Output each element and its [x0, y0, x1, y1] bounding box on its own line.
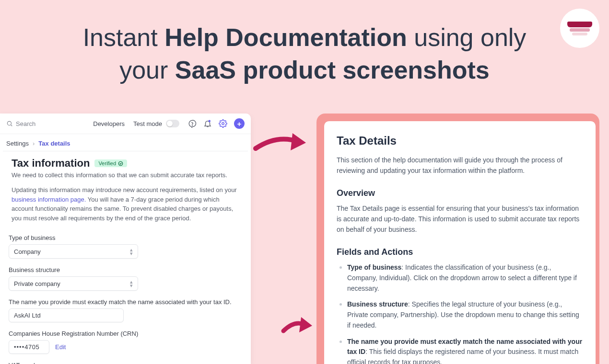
doc-list-item: Business structure: Specifies the legal …: [340, 299, 583, 330]
verified-badge: Verified: [94, 159, 127, 167]
doc-overview-text: The Tax Details page is essential for en…: [337, 204, 583, 235]
type-of-business-label: Type of business: [9, 234, 242, 241]
doc-list-item: The name you provide must exactly match …: [340, 337, 583, 364]
hero-bold: Help Documentation: [164, 23, 407, 51]
app-topbar: Search Developers Test mode +: [0, 114, 251, 134]
doc-overview-heading: Overview: [337, 187, 583, 200]
arrow-icon: [253, 129, 311, 158]
search-icon: [6, 120, 13, 127]
doc-list-item: Type of business: Indicates the classifi…: [340, 262, 583, 294]
chevron-updown-icon: ▴▾: [130, 248, 133, 255]
svg-line-1: [11, 125, 12, 126]
chevron-right-icon: ›: [33, 140, 35, 147]
doc-fields-list: Type of business: Indicates the classifi…: [337, 262, 583, 364]
info-paragraph: Updating this information may introduce …: [12, 185, 239, 223]
crn-input[interactable]: ••••4705: [9, 340, 49, 354]
breadcrumb: Settings › Tax details: [0, 134, 251, 151]
crn-edit-button[interactable]: Edit: [55, 343, 66, 351]
arrow-icon: [281, 314, 315, 338]
svg-point-0: [7, 121, 11, 125]
check-circle-icon: [118, 161, 123, 166]
generated-doc-frame: Tax Details This section of the help doc…: [316, 114, 599, 364]
bell-icon[interactable]: [203, 119, 212, 128]
test-mode-label: Test mode: [133, 120, 162, 127]
add-button[interactable]: +: [234, 118, 245, 129]
hero-text: your: [119, 56, 175, 84]
vat-label: VAT number: [9, 362, 242, 364]
source-screenshot-panel: Search Developers Test mode + Settings ›…: [0, 114, 251, 364]
type-of-business-select[interactable]: Company ▴▾: [9, 244, 138, 259]
business-info-link[interactable]: business information page.: [12, 196, 86, 203]
chevron-updown-icon: ▴▾: [130, 280, 133, 287]
generated-doc-panel: Tax Details This section of the help doc…: [324, 121, 596, 364]
doc-fields-heading: Fields and Actions: [337, 246, 583, 259]
brand-logo: [560, 9, 599, 48]
breadcrumb-current: Tax details: [38, 140, 70, 147]
search-placeholder: Search: [16, 120, 35, 127]
hero-text: Instant: [83, 23, 165, 51]
business-structure-select[interactable]: Private company ▴▾: [9, 276, 138, 291]
crn-label: Companies House Registration Number (CRN…: [9, 330, 242, 337]
svg-point-2: [192, 125, 193, 125]
breadcrumb-root[interactable]: Settings: [6, 140, 29, 147]
hero-headline: Instant Help Documentation using only yo…: [0, 0, 609, 86]
nav-developers-link[interactable]: Developers: [93, 120, 125, 127]
gear-icon[interactable]: [219, 119, 227, 128]
svg-point-3: [209, 120, 211, 123]
page-subtitle: We need to collect this information so t…: [12, 171, 239, 179]
hero-text: using only: [407, 23, 527, 51]
test-mode-toggle[interactable]: [166, 120, 179, 127]
search-input[interactable]: Search: [6, 120, 93, 127]
page-title: Tax information: [12, 157, 90, 170]
business-structure-label: Business structure: [9, 266, 242, 273]
doc-intro: This section of the help documentation w…: [337, 155, 583, 176]
help-icon[interactable]: [188, 119, 197, 128]
svg-point-4: [222, 123, 224, 125]
hero-bold: SaaS product screenshots: [175, 56, 490, 84]
business-name-input[interactable]: [9, 308, 124, 322]
doc-title: Tax Details: [337, 132, 583, 149]
name-match-label: The name you provide must exactly match …: [9, 298, 242, 306]
